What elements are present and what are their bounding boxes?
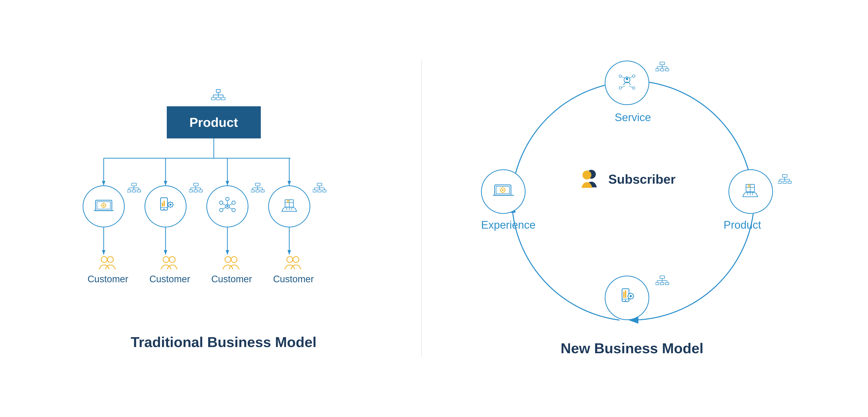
svg-rect-172 xyxy=(660,69,664,71)
svg-rect-71 xyxy=(287,200,289,203)
svg-rect-91 xyxy=(194,190,197,192)
svg-rect-99 xyxy=(251,190,254,192)
r-label-experience: Experience xyxy=(481,219,535,231)
svg-point-67 xyxy=(227,205,228,206)
hier-icon-1 xyxy=(127,183,141,194)
svg-point-122 xyxy=(619,75,622,77)
svg-rect-181 xyxy=(783,181,786,183)
left-diagram: Product xyxy=(75,67,372,326)
svg-marker-18 xyxy=(287,181,291,185)
experience-laptop-icon xyxy=(492,180,515,203)
svg-line-129 xyxy=(629,86,632,88)
svg-line-161 xyxy=(501,187,501,188)
product-box-label: Product xyxy=(189,115,238,130)
svg-rect-75 xyxy=(132,183,136,186)
svg-rect-92 xyxy=(199,190,203,192)
subscriber-label: Subscriber xyxy=(608,172,676,187)
svg-line-163 xyxy=(504,187,505,188)
r-circle-node-experience xyxy=(481,169,526,214)
svg-point-116 xyxy=(231,256,237,263)
circle-node-mobile xyxy=(145,185,187,228)
svg-line-149 xyxy=(632,298,633,299)
hier-icon-4 xyxy=(313,183,327,194)
customer-icon-1 xyxy=(97,254,119,272)
svg-line-150 xyxy=(632,293,633,294)
new-model-title: New Business Model xyxy=(561,340,704,356)
subscriber-icon xyxy=(576,166,603,193)
svg-rect-84 xyxy=(193,183,198,186)
hier-icon-3 xyxy=(251,183,265,194)
svg-rect-190 xyxy=(660,282,664,285)
r-circle-node-mobile xyxy=(605,276,649,320)
svg-point-139 xyxy=(625,300,626,301)
svg-line-66 xyxy=(223,204,225,205)
svg-rect-81 xyxy=(127,190,131,192)
r-hier-icon-bottom xyxy=(655,276,669,287)
svg-marker-20 xyxy=(102,250,105,254)
laptop-icon xyxy=(93,195,115,217)
svg-rect-100 xyxy=(256,190,259,192)
svg-point-111 xyxy=(101,256,107,263)
svg-point-42 xyxy=(163,209,164,210)
svg-rect-182 xyxy=(788,181,791,183)
svg-marker-12 xyxy=(102,181,105,185)
svg-rect-93 xyxy=(255,183,260,186)
right-diagram: Service Product Experience Subscriber xyxy=(471,61,793,333)
service-icon xyxy=(615,71,639,95)
svg-point-61 xyxy=(219,201,223,204)
svg-rect-174 xyxy=(782,175,787,177)
svg-point-143 xyxy=(629,295,632,297)
svg-rect-43 xyxy=(162,203,163,206)
svg-rect-110 xyxy=(323,190,326,192)
customer-node-4: Customer xyxy=(273,254,314,284)
svg-line-63 xyxy=(229,208,232,209)
svg-rect-180 xyxy=(778,181,781,183)
svg-rect-90 xyxy=(189,190,192,192)
svg-marker-26 xyxy=(287,250,291,254)
svg-rect-44 xyxy=(163,201,165,206)
svg-line-51 xyxy=(168,202,169,203)
svg-point-156 xyxy=(502,189,503,191)
circle-node-network xyxy=(206,185,248,228)
small-icon-top xyxy=(211,89,226,104)
svg-point-123 xyxy=(632,75,635,77)
svg-point-113 xyxy=(163,256,169,263)
svg-rect-6 xyxy=(211,97,215,100)
svg-point-124 xyxy=(619,87,622,89)
svg-rect-82 xyxy=(132,190,135,192)
main-container: Product xyxy=(38,23,830,394)
circle-node-laptop xyxy=(83,185,125,228)
svg-line-65 xyxy=(229,204,232,205)
r-circle-node-service xyxy=(605,61,649,105)
left-section: Product xyxy=(51,67,397,350)
product-delivery-icon xyxy=(739,180,763,203)
svg-point-115 xyxy=(225,256,231,263)
customer-label-2: Customer xyxy=(150,274,190,284)
customer-icon-2 xyxy=(159,254,181,272)
svg-line-53 xyxy=(172,202,173,203)
svg-line-127 xyxy=(629,77,632,78)
svg-point-118 xyxy=(293,256,299,263)
traditional-title: Traditional Business Model xyxy=(131,334,316,350)
svg-rect-7 xyxy=(216,97,220,100)
svg-point-112 xyxy=(107,256,113,263)
svg-rect-108 xyxy=(313,190,316,192)
svg-line-128 xyxy=(622,86,625,88)
svg-rect-83 xyxy=(137,190,141,192)
customer-icon-3 xyxy=(220,254,243,272)
svg-point-46 xyxy=(169,204,172,206)
hier-icon-2 xyxy=(189,183,203,194)
svg-rect-141 xyxy=(625,290,626,298)
customer-label-3: Customer xyxy=(211,274,252,284)
svg-rect-140 xyxy=(623,292,624,298)
svg-point-59 xyxy=(219,208,223,212)
svg-rect-165 xyxy=(660,62,664,65)
r-label-product: Product xyxy=(723,219,761,231)
svg-point-60 xyxy=(232,201,235,204)
svg-point-31 xyxy=(103,205,104,206)
svg-line-126 xyxy=(622,77,625,78)
svg-rect-189 xyxy=(655,282,659,285)
customer-node-3: Customer xyxy=(211,254,252,284)
svg-line-64 xyxy=(223,208,225,209)
svg-point-125 xyxy=(632,87,635,89)
